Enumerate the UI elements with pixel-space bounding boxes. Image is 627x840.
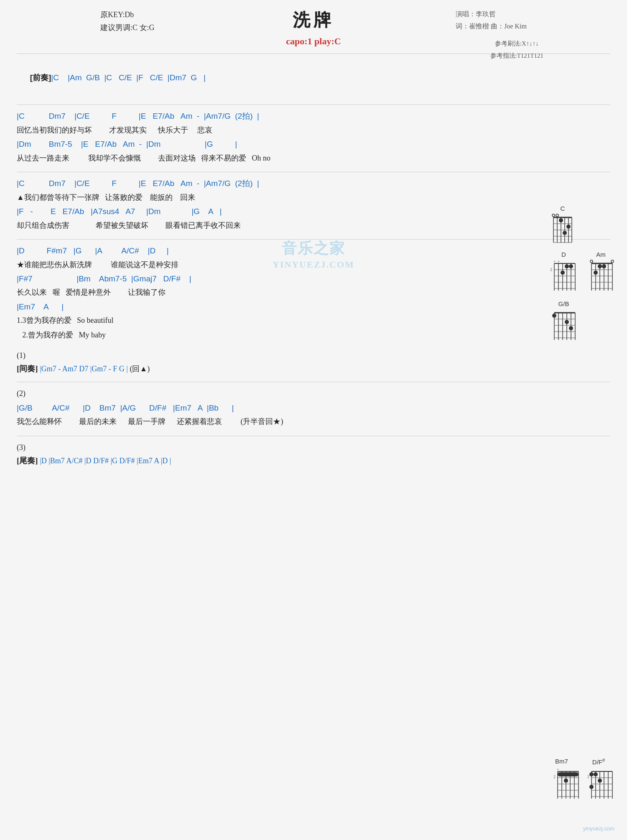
verse1-chords2: |Dm Bm7-5 |E E7/Ab Am - |Dm |G | [17,138,610,151]
verse1-chords1: |C Dm7 |C/E F |E E7/Ab Am - |Am7/G (2拍) … [17,110,610,123]
divider6 [17,436,610,436]
svg-point-77 [564,779,568,783]
svg-point-45 [611,260,614,263]
bottom-chord-grids: 2 × [553,767,614,802]
svg-point-92 [598,779,602,783]
chord-c-grid [550,213,575,243]
divider3 [17,172,610,172]
svg-point-90 [589,772,594,776]
bridge-lyric2: 长久以来 喔 爱情是种意外 让我输了你 [17,286,610,299]
svg-point-12 [556,214,558,217]
verse1-section: |C Dm7 |C/E F |E E7/Ab Am - |Am7/G (2拍) … [17,110,610,164]
bottom-chord-labels: Bm7 D/F# 2 [553,758,614,802]
interlude-chords: |Gm7 - Am7 D7 |Gm7 - F G | [40,365,128,373]
bridge-lyric3-1: 1.3曾为我存的爱 So beautiful [17,314,610,327]
outro-chords: |D |Bm7 A/C# |D D/F# |G D/F# |Em7 A |D | [40,457,171,465]
verse2-chords: |G/B A/C# |D Bm7 |A/G D/F# |Em7 A |Bb | [17,402,610,414]
chord-df-sharp: 2 [587,767,614,802]
chord-am-grid [587,259,614,293]
svg-rect-75 [558,772,579,776]
chord-bm7-grid: 2 × [553,767,581,801]
svg-point-91 [594,772,598,776]
verse2-lyric: 我怎么能释怀 最后的未来 最后一手牌 还紧握着悲哀 (升半音回★) [17,415,610,428]
verse1-lyric2: 从过去一路走来 我却学不会慷慨 去面对这场 得来不易的爱 Oh no [17,152,610,165]
right-info: 演唱：李玖哲 词：崔惟楷 曲：Joe Kim [456,8,527,33]
chord-row-c: C [550,205,614,243]
chord-gb-grid [550,309,577,342]
suggested-key: 建议男调:C 女:G [100,21,155,34]
section1: (1) [间奏] |Gm7 - Am7 D7 |Gm7 - F G | (回▲) [17,349,610,375]
divider5 [17,382,610,382]
chorus1-lyric2: 却只组合成伤害 希望被失望破坏 眼看错已离手收不回来 [17,219,610,232]
section3-label: (3) [17,441,610,454]
svg-point-11 [552,214,555,217]
bridge-section: |D F#m7 |G |A A/C# |D | ★谁能把悲伤从新洗牌 谁能说这不… [17,245,610,342]
bridge-lyric1: ★谁能把悲伤从新洗牌 谁能说这不是种安排 [17,258,610,271]
df-label: D/F# [592,758,605,766]
svg-point-32 [561,271,565,275]
bridge-chords2: |F#7 |Bm Abm7-5 |Gmaj7 D/F# | [17,273,610,285]
svg-point-46 [598,264,602,268]
chord-gb: G/B [550,300,577,342]
verse1-lyric1: 回忆当初我们的好与坏 才发现其实 快乐大于 悲哀 [17,124,610,137]
bm7-label: Bm7 [555,758,568,766]
chord-d: D 2 [550,251,577,293]
svg-point-47 [602,264,606,268]
chord-diagrams-right: C [550,205,614,342]
svg-point-30 [565,264,569,268]
svg-point-14 [566,225,571,229]
svg-point-62 [569,326,573,330]
bridge-chords1: |D F#m7 |G |A A/C# |D | [17,245,610,257]
svg-point-13 [559,218,563,222]
svg-text:2: 2 [550,267,552,272]
song-title: 洗牌 [293,8,334,32]
divider4 [17,239,610,240]
chorus1-section: |C Dm7 |C/E F |E E7/Ab Am - |Am7/G (2拍) … [17,177,610,232]
svg-point-60 [552,314,556,318]
outro-label: [尾奏] [17,456,38,465]
prelude-chords: [前奏]|C |Am G/B |C C/E |F C/E |Dm7 G | [17,59,610,97]
chorus1-lyric1: ▲我们都曾等待下一张牌 让落败的爱 能扳的 回来 [17,191,610,204]
key-info: 原KEY:Db 建议男调:C 女:G [100,8,155,34]
svg-point-48 [594,271,598,275]
capo-line: capo:1 play:C 参考刷法:X↑↓↑↓ 参考指法:T121T121 [17,36,610,47]
svg-text:×: × [553,259,556,263]
chord-df-grid: 2 [587,767,614,801]
chord-d-grid: 2 × × [550,259,577,293]
svg-point-44 [590,260,593,263]
chord-row-gb: G/B [550,300,614,342]
divider2 [17,105,610,105]
interlude-note: (回▲) [130,365,150,373]
header: 原KEY:Db 建议男调:C 女:G 洗牌 演唱：李玖哲 词：崔惟楷 曲：Joe… [17,8,610,32]
chorus1-chords2: |F - E E7/Ab |A7sus4 A7 |Dm |G A | [17,205,610,218]
svg-point-93 [589,785,594,789]
ref-info: 参考刷法:X↑↓↑↓ 参考指法:T121T121 [490,38,544,61]
outro-line: [尾奏] |D |Bm7 A/C# |D D/F# |G D/F# |Em7 A… [17,455,610,466]
bridge-lyric3-2: 2.曾为我存的爱 My baby [17,329,610,342]
svg-text:×: × [558,259,560,263]
chord-am: Am [587,251,614,293]
logo-bottom: yinyuezj.com [583,825,614,832]
section2: (2) |G/B A/C# |D Bm7 |A/G D/F# |Em7 A |B… [17,387,610,428]
original-key: 原KEY:Db [100,8,155,21]
bridge-chords3: |Em7 A | [17,301,610,313]
svg-text:×: × [557,767,559,771]
svg-text:2: 2 [553,774,556,779]
page: 原KEY:Db 建议男调:C 女:G 洗牌 演唱：李玖哲 词：崔惟楷 曲：Joe… [0,0,627,840]
section2-label: (2) [17,387,610,400]
svg-point-31 [569,264,573,268]
chord-bm7: 2 × [553,767,581,802]
chord-row-d-am: D 2 [550,251,614,293]
interlude-line: [间奏] |Gm7 - Am7 D7 |Gm7 - F G | (回▲) [17,363,610,374]
capo-text: capo:1 play:C [286,36,341,46]
svg-point-15 [563,231,567,235]
title-block: 洗牌 [293,8,334,32]
chorus1-chords1: |C Dm7 |C/E F |E E7/Ab Am - |Am7/G (2拍) … [17,177,610,190]
chord-c: C [550,205,575,243]
singer: 演唱：李玖哲 [456,8,527,20]
prelude-label: [前奏] [30,73,51,82]
prelude-section: [前奏]|C |Am G/B |C C/E |F C/E |Dm7 G | [17,59,610,97]
section1-label: (1) [17,349,610,362]
svg-point-61 [565,320,569,324]
interlude-label: [间奏] [17,364,38,373]
